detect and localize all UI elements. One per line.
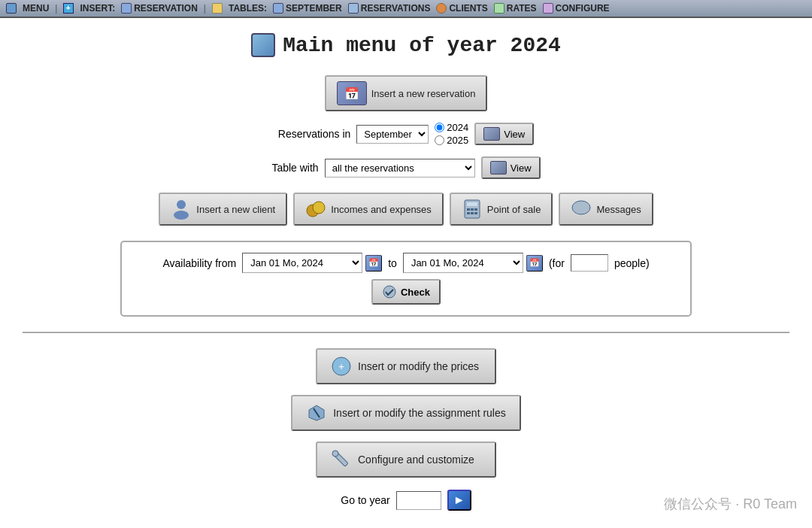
reservation-icon: 📅 <box>337 81 367 105</box>
date-from-select[interactable]: Jan 01 Mo, 2024 <box>242 253 362 273</box>
toolbar-clients[interactable]: CLIENTS <box>436 3 487 14</box>
incomes-expenses-button[interactable]: Incomes and expenses <box>293 193 444 226</box>
check-button[interactable]: Check <box>371 279 441 305</box>
insert-reservation-row: 📅 Insert a new reservation <box>23 75 789 111</box>
table-select[interactable]: all the reservations confirmed only pend… <box>325 159 475 178</box>
toolbar-reservations[interactable]: RESERVATIONS <box>348 3 431 14</box>
insert-rules-button[interactable]: Insert or modify the assignment rules <box>291 395 521 431</box>
page-title: Main menu of year 2024 <box>283 34 561 57</box>
view-icon-2 <box>490 161 507 174</box>
date-to-select[interactable]: Jan 01 Mo, 2024 <box>403 253 523 273</box>
toolbar-configure[interactable]: CONFIGURE <box>543 3 610 14</box>
to-label: to <box>388 257 397 269</box>
coins-icon <box>305 199 326 220</box>
section-divider <box>23 332 789 333</box>
insert-prices-button[interactable]: Insert or modify the prices <box>316 348 496 384</box>
rules-icon <box>306 402 327 423</box>
lower-section: Insert or modify the prices Insert or mo… <box>23 348 789 511</box>
calculator-icon <box>462 199 483 220</box>
year-2024-label[interactable]: 2024 <box>435 122 468 133</box>
date-to-wrapper: Jan 01 Mo, 2024 📅 <box>403 253 543 273</box>
toolbar-sep1: | <box>55 3 57 14</box>
view-button-1[interactable]: View <box>474 123 534 145</box>
page-title-area: Main menu of year 2024 <box>23 33 789 57</box>
toolbar-people-icon <box>436 3 447 14</box>
year-2024-radio[interactable] <box>435 123 444 132</box>
main-content: Main menu of year 2024 📅 Insert a new re… <box>0 18 812 528</box>
messages-button[interactable]: Messages <box>559 193 653 226</box>
table-with-label: Table with <box>271 162 318 174</box>
toolbar-calendar-icon <box>273 3 283 14</box>
toolbar: MENU | INSERT: RESERVATION | TABLES: SEP… <box>0 0 812 18</box>
prices-row: Insert or modify the prices <box>23 348 789 384</box>
month-select[interactable]: September January February March April M… <box>356 125 429 144</box>
insert-client-button[interactable]: Insert a new client <box>159 193 287 226</box>
watermark: 微信公众号 · R0 Team <box>664 495 797 513</box>
configure-button[interactable]: Configure and customize <box>316 442 496 478</box>
year-2025-radio[interactable] <box>435 135 444 145</box>
people-label: people) <box>614 257 650 269</box>
date-from-wrapper: Jan 01 Mo, 2024 📅 <box>242 253 382 273</box>
for-label: (for <box>549 257 565 269</box>
chat-icon <box>571 199 592 220</box>
toolbar-tables[interactable]: TABLES: <box>229 3 267 14</box>
availability-box: Availability from Jan 01 Mo, 2024 📅 to J… <box>120 241 692 317</box>
year-radio-group: 2024 2025 <box>435 122 468 146</box>
menu-icon <box>6 3 17 14</box>
toolbar-rates-icon <box>494 3 504 14</box>
prices-icon <box>331 356 352 377</box>
people-input[interactable] <box>571 254 608 272</box>
toolbar-september[interactable]: SEPTEMBER <box>273 3 342 14</box>
reservations-in-label: Reservations in <box>278 128 351 140</box>
go-arrow-button[interactable]: ► <box>447 490 471 511</box>
toolbar-insert-icon <box>63 3 74 14</box>
title-icon <box>251 33 275 57</box>
year-input[interactable] <box>396 491 441 510</box>
toolbar-rates[interactable]: RATES <box>494 3 537 14</box>
configure-row: Configure and customize <box>23 442 789 478</box>
toolbar-cal2-icon <box>348 3 359 14</box>
point-of-sale-button[interactable]: Point of sale <box>450 193 553 226</box>
insert-reservation-button[interactable]: 📅 Insert a new reservation <box>325 75 488 111</box>
cal-to-button[interactable]: 📅 <box>526 255 543 272</box>
toolbar-reservation[interactable]: RESERVATION <box>121 3 198 14</box>
toolbar-table-icon <box>212 3 223 14</box>
toolbar-sep2: | <box>204 3 206 14</box>
view-icon-1 <box>483 127 500 141</box>
person-icon <box>171 199 192 220</box>
check-icon <box>382 284 397 299</box>
table-with-row: Table with all the reservations confirme… <box>23 156 789 179</box>
toolbar-menu[interactable]: MENU <box>23 3 49 14</box>
year-2025-label[interactable]: 2025 <box>435 135 468 146</box>
go-to-year-label: Go to year <box>341 494 389 506</box>
toolbar-configure-icon <box>543 3 553 14</box>
availability-from-label: Availability from <box>162 257 236 269</box>
view-button-2[interactable]: View <box>481 156 541 179</box>
rules-row: Insert or modify the assignment rules <box>23 395 789 431</box>
wrench-icon <box>331 449 352 470</box>
action-buttons-row: Insert a new client Incomes and expenses… <box>23 193 789 226</box>
toolbar-insert[interactable]: INSERT: <box>80 3 115 14</box>
cal-from-button[interactable]: 📅 <box>365 255 382 272</box>
reservations-in-row: Reservations in September January Februa… <box>23 122 789 146</box>
